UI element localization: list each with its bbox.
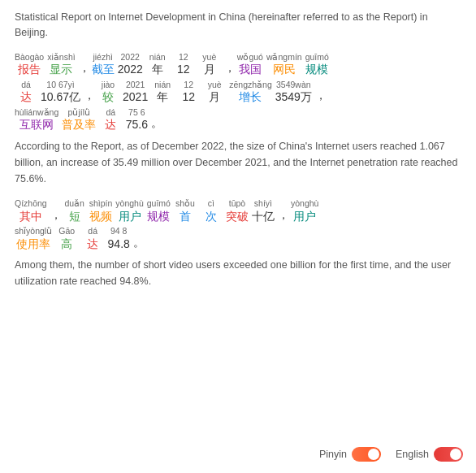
word-yonghu2: yònghù 用户 (291, 198, 318, 224)
word-12: 12 12 (172, 52, 195, 78)
punct-5: 。 (151, 115, 162, 132)
word-1067yi: 10 67yì 10.67亿 (41, 80, 80, 106)
word-baogao: Bàogào 报告 (15, 52, 44, 78)
word-jiao: jiào 较 (97, 80, 119, 106)
row1-line1: Bàogào 报告 xiǎnshì 显示 ， jiézhì 截至 2022 20… (15, 52, 461, 80)
word-nian2: nián 年 (151, 80, 174, 106)
punct-3: ， (84, 88, 95, 104)
intro-paragraph: Statistical Report on Internet Developme… (15, 10, 461, 41)
word-guimo: guīmó 规模 (305, 52, 329, 78)
toggle-bar: Pinyin English (319, 447, 463, 462)
word-jiezhi: jiézhì 截至 (92, 52, 115, 78)
word-wangmin: wǎngmín 网民 (266, 52, 302, 78)
english-toggle[interactable] (434, 447, 463, 462)
word-yue: yuè 月 (198, 52, 221, 78)
word-yonghu: yònghù 用户 (115, 198, 143, 224)
word-12b: 12 12 (177, 80, 200, 106)
pinyin-toggle[interactable] (352, 447, 381, 462)
pinyin-label: Pinyin (319, 449, 347, 460)
word-da2: dá 达 (99, 107, 122, 133)
word-ci: cì 次 (200, 198, 223, 224)
word-woguo: wǒguó 我国 (237, 52, 263, 78)
row2-line2: shǐyònglǜ 使用率 Gāo 高 dá 达 94 8 94.8 。 (15, 226, 461, 254)
word-gao: Gāo 高 (55, 226, 78, 252)
punct-7: ， (278, 207, 289, 223)
word-2021: 2021 2021 (123, 80, 148, 106)
punct-6: ， (50, 207, 62, 223)
word-xianshi: xiǎnshì 显示 (47, 52, 75, 78)
reading-block-2: Qízhōng 其中 ， duǎn 短 shìpín 视频 yònghù 用户 … (15, 198, 461, 254)
word-zengzhang: zēngzhǎng 增长 (229, 80, 272, 106)
word-tupo: tūpò 突破 (226, 198, 249, 224)
word-shiyonglv: shǐyònglǜ 使用率 (15, 226, 52, 252)
english-paragraph-2: Among them, the number of short video us… (15, 257, 461, 289)
word-duan: duǎn 短 (63, 198, 86, 224)
english-toggle-item[interactable]: English (396, 447, 463, 462)
word-shou: shǒu 首 (174, 198, 197, 224)
word-nian: nián 年 (146, 52, 169, 78)
word-da3: dá 达 (81, 226, 104, 252)
word-948: 94 8 94.8 (107, 226, 130, 252)
english-label: English (396, 449, 429, 460)
punct-8: 。 (133, 235, 145, 251)
row2-line1: Qízhōng 其中 ， duǎn 短 shìpín 视频 yònghù 用户 … (15, 198, 461, 226)
word-yueb: yuè 月 (203, 80, 226, 106)
word-guimo2: guīmó 规模 (147, 198, 171, 224)
word-756: 75 6 75.6 (125, 107, 148, 133)
word-da: dá 达 (15, 80, 37, 106)
word-shipin: shìpín 视频 (89, 198, 113, 224)
punct-4: ， (315, 88, 327, 104)
punct-2: ， (224, 60, 236, 76)
pinyin-toggle-item[interactable]: Pinyin (319, 447, 381, 462)
english-paragraph-1: According to the Report, as of December … (15, 138, 461, 187)
main-content: Statistical Report on Internet Developme… (0, 0, 476, 349)
word-3549wan: 3549wàn 3549万 (275, 80, 312, 106)
row1-line2: dá 达 10 67yì 10.67亿 ， jiào 较 2021 2021 n… (15, 80, 461, 107)
word-qizhong: Qízhōng 其中 (15, 198, 47, 224)
word-2022: 2022 2022 (118, 52, 143, 78)
punct-1: ， (79, 60, 90, 76)
word-hulianwang: hùliánwǎng 互联网 (15, 107, 58, 133)
word-pujilv: pǔjílǜ 普及率 (62, 107, 96, 133)
reading-block-1: Bàogào 报告 xiǎnshì 显示 ， jiézhì 截至 2022 20… (15, 52, 461, 136)
row1-line3: hùliánwǎng 互联网 pǔjílǜ 普及率 dá 达 75 6 75.6… (15, 107, 461, 135)
word-shiyi: shíyì 十亿 (252, 198, 275, 224)
